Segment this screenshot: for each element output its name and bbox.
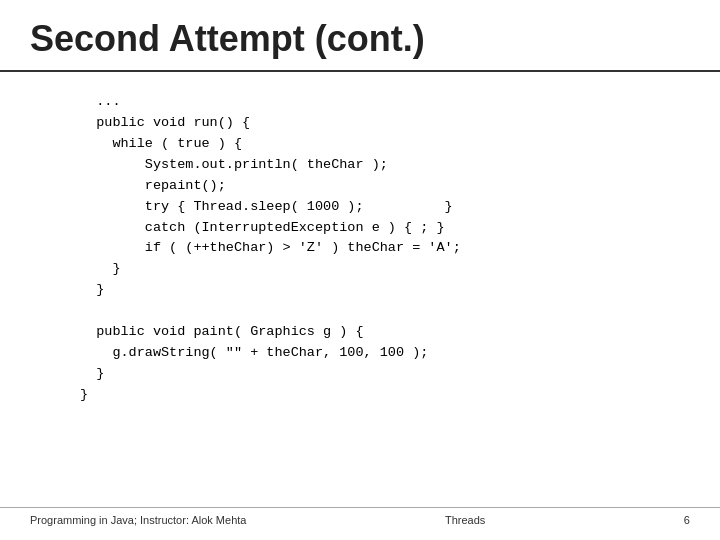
- title-area: Second Attempt (cont.): [0, 0, 720, 72]
- content-area: ... public void run() { while ( true ) {…: [0, 84, 720, 414]
- footer: Programming in Java; Instructor: Alok Me…: [0, 507, 720, 526]
- footer-center: Threads: [445, 514, 485, 526]
- slide-title: Second Attempt (cont.): [30, 18, 425, 59]
- footer-left: Programming in Java; Instructor: Alok Me…: [30, 514, 246, 526]
- footer-right: 6: [684, 514, 690, 526]
- slide-container: Second Attempt (cont.) ... public void r…: [0, 0, 720, 540]
- code-block: ... public void run() { while ( true ) {…: [80, 92, 690, 406]
